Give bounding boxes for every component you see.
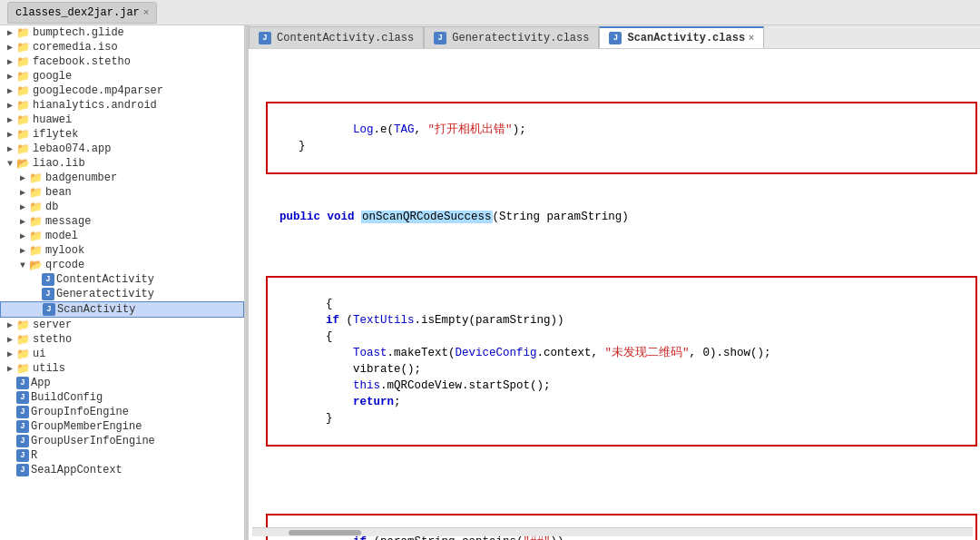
folder-icon: 📂 xyxy=(16,157,31,170)
tree-label: mylook xyxy=(45,244,84,257)
tree-item-model[interactable]: ▶ 📁 model xyxy=(0,229,244,243)
scroll-thumb xyxy=(289,530,361,535)
expand-icon: ▶ xyxy=(16,187,29,198)
expand-icon: ▶ xyxy=(4,100,16,111)
tree-label: facebook.stetho xyxy=(33,55,131,68)
code-brace2: { xyxy=(271,330,333,343)
expand-icon: ▶ xyxy=(16,172,29,183)
expand-icon: ▶ xyxy=(16,231,29,241)
top-tab-close[interactable]: × xyxy=(143,7,150,18)
tree-item-groupuserinfo[interactable]: ▶ J GroupUserInfoEngine xyxy=(0,434,244,448)
tree-label: google xyxy=(33,70,72,83)
tree-item-googlecode[interactable]: ▶ 📁 googlecode.mp4parser xyxy=(0,83,244,98)
tree-label-scanactivity: ScanActivity xyxy=(57,303,135,316)
expand-icon: ▶ xyxy=(4,319,16,330)
editor-area: J ContentActivity.class J Generatectivit… xyxy=(249,25,980,540)
tree-item-mylook[interactable]: ▶ 📁 mylook xyxy=(0,243,244,258)
tree-item-badgenumber[interactable]: ▶ 📁 badgenumber xyxy=(0,171,244,185)
tree-label: googlecode.mp4parser xyxy=(33,84,163,97)
tree-item-message[interactable]: ▶ 📁 message xyxy=(0,214,244,229)
tree-item-hianalytics[interactable]: ▶ 📁 hianalytics.android xyxy=(0,98,244,113)
folder-icon: 📁 xyxy=(29,244,44,257)
tree-item-server[interactable]: ▶ 📁 server xyxy=(0,318,244,332)
tab-label: Generatectivity.class xyxy=(452,32,589,44)
tree-label: iflytek xyxy=(33,128,78,141)
tree-item-ui[interactable]: ▶ 📁 ui xyxy=(0,347,244,361)
folder-icon: 📁 xyxy=(16,99,31,112)
tree-item-groupmember[interactable]: ▶ J GroupMemberEngine xyxy=(0,419,244,434)
expand-icon: ▶ xyxy=(4,27,16,38)
tree-label: lebao074.app xyxy=(33,142,111,155)
tree-label: GroupMemberEngine xyxy=(31,420,142,433)
tree-label: stetho xyxy=(33,333,72,346)
folder-icon: 📁 xyxy=(16,113,31,126)
tab-content-activity[interactable]: J ContentActivity.class xyxy=(249,26,424,48)
tree-item-iflytek[interactable]: ▶ 📁 iflytek xyxy=(0,127,244,142)
tree-item-google[interactable]: ▶ 📁 google xyxy=(0,69,244,83)
code-line-1: Log.e(TAG, "打开相机出错"); xyxy=(299,123,526,136)
tree-item-bumptech[interactable]: ▶ 📁 bumptech.glide xyxy=(0,25,244,40)
expand-icon: ▶ xyxy=(4,42,16,53)
tree-label: server xyxy=(33,319,72,331)
code-editor[interactable]: Log.e(TAG, "打开相机出错"); } public void onSc… xyxy=(249,49,980,540)
tree-label: Generatectivity xyxy=(56,288,154,300)
tab-scanactivity[interactable]: J ScanActivity.class × xyxy=(599,26,764,48)
tree-item-content-activity[interactable]: ▶ J ContentActivity xyxy=(0,272,244,287)
tree-item-app[interactable]: ▶ J App xyxy=(0,376,244,390)
top-tab[interactable]: classes_dex2jar.jar × xyxy=(7,2,157,24)
tree-label: App xyxy=(31,377,51,389)
file-tree: ▶ 📁 bumptech.glide ▶ 📁 coremedia.iso ▶ 📁… xyxy=(0,25,245,540)
tree-item-scanactivity[interactable]: ▶ J ScanActivity xyxy=(0,301,244,318)
folder-icon: 📁 xyxy=(16,333,31,346)
tree-label: badgenumber xyxy=(45,172,117,184)
tree-item-groupinfo[interactable]: ▶ J GroupInfoEngine xyxy=(0,405,244,419)
editor-tabs: J ContentActivity.class J Generatectivit… xyxy=(249,25,980,49)
expand-icon: ▼ xyxy=(4,159,16,169)
tree-item-generatectivity[interactable]: ▶ J Generatectivity xyxy=(0,287,244,301)
tree-item-sealapp[interactable]: ▶ J SealAppContext xyxy=(0,463,244,477)
folder-icon: 📁 xyxy=(16,84,31,97)
tree-item-coremedia[interactable]: ▶ 📁 coremedia.iso xyxy=(0,40,244,54)
tree-item-liao[interactable]: ▼ 📂 liao.lib xyxy=(0,156,244,171)
tree-label: ui xyxy=(33,348,45,360)
tree-label: bumptech.glide xyxy=(33,26,124,39)
folder-icon: 📁 xyxy=(29,201,44,213)
expand-icon: ▶ xyxy=(4,56,16,67)
folder-icon: 📁 xyxy=(29,230,44,242)
class-icon: J xyxy=(16,377,29,389)
expand-icon: ▶ xyxy=(4,349,16,359)
code-line-brace1: { xyxy=(299,298,333,310)
tree-item-facebook[interactable]: ▶ 📁 facebook.stetho xyxy=(0,54,244,69)
tree-label: liao.lib xyxy=(33,157,85,170)
tree-label: qrcode xyxy=(45,259,84,271)
tree-label: db xyxy=(45,201,58,213)
expand-icon: ▶ xyxy=(4,143,16,154)
tree-item-r[interactable]: ▶ J R xyxy=(0,448,244,463)
tree-label: message xyxy=(45,215,91,228)
folder-icon: 📁 xyxy=(16,362,31,375)
tree-item-utils[interactable]: ▶ 📁 utils xyxy=(0,361,244,376)
tree-item-qrcode[interactable]: ▼ 📂 qrcode xyxy=(0,258,244,272)
expand-icon: ▶ xyxy=(16,201,29,212)
tree-label: model xyxy=(45,230,78,242)
tree-label: GroupInfoEngine xyxy=(31,406,129,418)
code-return: return; xyxy=(271,396,401,408)
tab-close-icon[interactable]: × xyxy=(749,34,754,44)
tree-item-lebao[interactable]: ▶ 📁 lebao074.app xyxy=(0,142,244,156)
expand-icon: ▶ xyxy=(4,85,16,96)
tree-label: utils xyxy=(33,362,65,375)
tree-label: BuildConfig xyxy=(31,391,103,404)
expand-icon: ▶ xyxy=(16,245,29,256)
tree-label: huawei xyxy=(33,113,72,126)
horizontal-scrollbar[interactable] xyxy=(252,527,973,536)
tab-generatectivity[interactable]: J Generatectivity.class xyxy=(424,26,599,48)
tree-item-huawei[interactable]: ▶ 📁 huawei xyxy=(0,113,244,127)
tree-item-db[interactable]: ▶ 📁 db xyxy=(0,200,244,214)
tree-item-stetho[interactable]: ▶ 📁 stetho xyxy=(0,332,244,347)
tree-item-buildconfig[interactable]: ▶ J BuildConfig xyxy=(0,390,244,405)
expand-icon: ▼ xyxy=(16,260,29,270)
tree-item-bean[interactable]: ▶ 📁 bean xyxy=(0,185,244,200)
code-toast: Toast.makeText(DeviceConfig.context, "未发… xyxy=(271,347,771,359)
tab-label: ContentActivity.class xyxy=(277,32,414,44)
folder-icon: 📁 xyxy=(16,348,31,360)
